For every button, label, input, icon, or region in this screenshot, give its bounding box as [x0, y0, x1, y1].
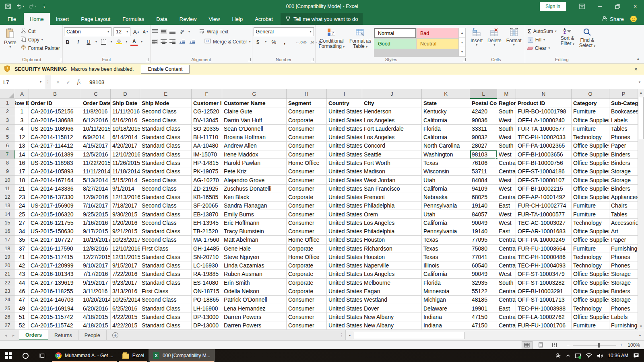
sheet-tab-returns[interactable]: Returns	[48, 330, 78, 340]
cell-I17[interactable]: United States	[327, 236, 362, 244]
cell-K16[interactable]: Pennsylvania	[422, 227, 470, 236]
vertical-scrollbar[interactable]: ▲ ▼	[638, 89, 644, 330]
cell-F11[interactable]: ZD-21925	[192, 185, 222, 193]
number-dialog-launcher[interactable]	[311, 58, 314, 61]
cell-K8[interactable]: Texas	[422, 159, 470, 167]
cell-H3[interactable]: Corporate	[287, 116, 327, 125]
borders-icon[interactable]	[100, 38, 107, 46]
cell-P2[interactable]: Bookcases	[609, 107, 638, 116]
insert-cells-button[interactable]: Insert ▾	[469, 26, 485, 57]
expand-formula-bar-icon[interactable]: ▾	[635, 75, 644, 89]
cell-A10[interactable]: 18	[15, 176, 29, 184]
cell-G22[interactable]: Erin Smith	[222, 279, 287, 287]
cell-B5[interactable]: CA-2014-115812	[29, 133, 81, 142]
cell-F27[interactable]: DP-13000	[192, 321, 222, 330]
cell-N9[interactable]: OFF-ST-10004186	[516, 167, 572, 176]
cell-P18[interactable]: Furnishings	[609, 245, 638, 253]
cell-O11[interactable]: Office Supplies	[572, 185, 609, 193]
cell-N27[interactable]: FUR-FU-10001706	[516, 321, 572, 330]
cell-I25[interactable]: United States	[327, 304, 362, 313]
cell-M22[interactable]: South	[497, 279, 516, 287]
cell-G19[interactable]: Steve Nguyen	[222, 253, 287, 261]
cell-L5[interactable]: 90032	[470, 133, 497, 142]
cell-E7[interactable]: Standard Class	[140, 150, 192, 159]
row-header-9[interactable]: 9	[0, 167, 15, 176]
cell-H19[interactable]: Home Office	[287, 253, 327, 261]
row-header-13[interactable]: 13	[0, 202, 15, 210]
cell-H18[interactable]: Corporate	[287, 245, 327, 253]
cell-F19[interactable]: SN-20710	[192, 253, 222, 261]
cell-A13[interactable]: 24	[15, 202, 29, 210]
cell-K19[interactable]: Texas	[422, 253, 470, 261]
cell-P6[interactable]: Paper	[609, 142, 638, 150]
cell-P16[interactable]: Art	[609, 227, 638, 236]
cell-H16[interactable]: Consumer	[287, 227, 327, 236]
cell-E18[interactable]: First Class	[140, 245, 192, 253]
column-header-E[interactable]: E	[140, 89, 192, 99]
cell-I12[interactable]: United States	[327, 193, 362, 202]
cell-B4[interactable]: US-2015-108966	[29, 125, 81, 133]
cell-C2[interactable]: 11/8/2016	[81, 107, 111, 116]
cell-P17[interactable]: Paper	[609, 236, 638, 244]
cell-K4[interactable]: Florida	[422, 125, 470, 133]
cell-O7[interactable]: Office Supplies	[572, 150, 609, 159]
cell-I21[interactable]: United States	[327, 270, 362, 278]
row-header-1[interactable]: 1	[0, 99, 15, 107]
cell-J5[interactable]: Los Angeles	[362, 133, 422, 142]
cell-O14[interactable]: Furniture	[572, 210, 609, 218]
tab-insert[interactable]: Insert	[50, 13, 75, 25]
cell-O4[interactable]: Furniture	[572, 125, 609, 133]
font-color-caret[interactable]: ▾	[141, 40, 142, 43]
cell-D2[interactable]: 11/11/2016	[111, 107, 140, 116]
security-bar-close-icon[interactable]: ×	[632, 66, 640, 72]
cell-D3[interactable]: 6/16/2016	[111, 116, 140, 125]
cell-P20[interactable]: Phones	[609, 261, 638, 270]
cell-B23[interactable]: CA-2016-118255	[29, 287, 81, 296]
cell-O12[interactable]: Office Supplies	[572, 193, 609, 202]
style-bad[interactable]: Bad	[417, 28, 458, 38]
cell-M18[interactable]: Central	[497, 245, 516, 253]
enable-content-button[interactable]: Enable Content	[141, 65, 189, 74]
row-header-11[interactable]: 11	[0, 185, 15, 193]
cell-G3[interactable]: Darrin Van Huff	[222, 116, 287, 125]
cell-F8[interactable]: HP-14815	[192, 159, 222, 167]
cell-G9[interactable]: Pete Kriz	[222, 167, 287, 176]
scroll-down-icon[interactable]: ▼	[638, 323, 644, 330]
cell-C19[interactable]: 12/27/2015	[81, 253, 111, 261]
tab-view[interactable]: View	[202, 13, 226, 25]
cell-P26[interactable]: Labels	[609, 313, 638, 321]
cell-E5[interactable]: Standard Class	[140, 133, 192, 142]
taskbar-app-folder[interactable]: Excel	[118, 349, 149, 362]
ribbon-display-options-icon[interactable]	[573, 0, 591, 13]
cell-L19[interactable]: 77041	[470, 253, 497, 261]
cell-H2[interactable]: Consumer	[287, 107, 327, 116]
cell-B15[interactable]: CA-2016-121755	[29, 219, 81, 227]
cell-N8[interactable]: OFF-BI-10000756	[516, 159, 572, 167]
sheet-tab-orders[interactable]: Orders	[19, 330, 48, 340]
increase-indent-icon[interactable]	[188, 38, 196, 46]
cell-P24[interactable]: Storage	[609, 296, 638, 304]
cell-H24[interactable]: Consumer	[287, 296, 327, 304]
cell-H27[interactable]: Consumer	[287, 321, 327, 330]
cell-D15[interactable]: 1/20/2016	[111, 219, 140, 227]
cell-G11[interactable]: Zuschuss Donatelli	[222, 185, 287, 193]
cell-P11[interactable]: Binders	[609, 185, 638, 193]
cell-J8[interactable]: Fort Worth	[362, 159, 422, 167]
cell-O27[interactable]: Furniture	[572, 321, 609, 330]
row-header-23[interactable]: 23	[0, 287, 15, 296]
cell-O16[interactable]: Office Supplies	[572, 227, 609, 236]
align-right-icon[interactable]	[169, 39, 175, 44]
row-header-8[interactable]: 8	[0, 159, 15, 167]
cell-D27[interactable]: 4/22/2015	[111, 321, 140, 330]
cell-J22[interactable]: Melbourne	[362, 279, 422, 287]
action-center-icon[interactable]	[633, 353, 639, 358]
cell-L21[interactable]: 90049	[470, 270, 497, 278]
cell-K22[interactable]: Florida	[422, 279, 470, 287]
column-header-O[interactable]: O	[572, 89, 609, 99]
cell-G15[interactable]: Eric Hoffmann	[222, 219, 287, 227]
cell-L24[interactable]: 48185	[470, 296, 497, 304]
cell-C6[interactable]: 4/15/2017	[81, 142, 111, 150]
next-sheet-icon[interactable]: ▸	[12, 333, 14, 337]
cell-N2[interactable]: FUR-BO-10001798	[516, 107, 572, 116]
cell-K26[interactable]: Indiana	[422, 313, 470, 321]
